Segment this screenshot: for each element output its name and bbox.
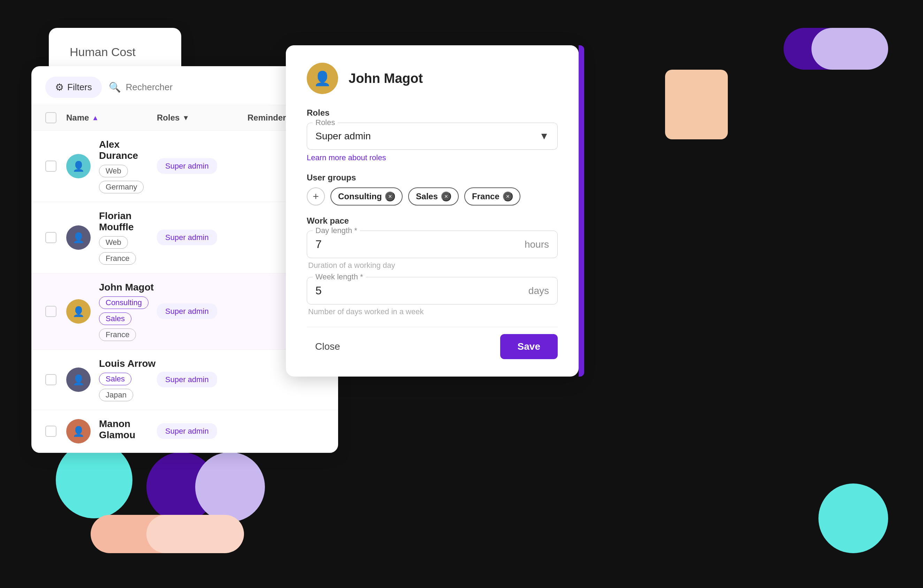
role-badge-manon: Super admin	[157, 423, 217, 439]
lavender-blob-bottom-center	[195, 452, 265, 522]
column-roles[interactable]: Roles ▼	[157, 113, 248, 123]
detail-footer: Close Save	[307, 327, 558, 359]
remove-consulting-button[interactable]: ×	[385, 192, 395, 201]
peach-card-blob	[665, 70, 728, 139]
day-length-value[interactable]: 7	[315, 238, 322, 251]
roles-select[interactable]: Super admin ▼	[315, 123, 549, 149]
user-cell-louis[interactable]: 👤 Louis Arrow Sales Japan	[66, 358, 157, 401]
table-row: 👤 Manon Glamou Super admin	[31, 410, 338, 453]
row-checkbox-manon[interactable]	[45, 426, 66, 437]
tags-louis: Sales Japan	[99, 373, 157, 401]
week-length-unit: days	[529, 285, 549, 296]
day-length-field: Day length * 7 hours	[307, 231, 558, 258]
user-groups-label: User groups	[307, 173, 558, 183]
day-length-legend: Day length *	[313, 226, 360, 235]
user-cell-manon[interactable]: 👤 Manon Glamou	[66, 418, 157, 444]
column-name[interactable]: Name ▲	[66, 113, 157, 123]
remove-france-button[interactable]: ×	[503, 192, 513, 201]
avatar-alex: 👤	[66, 154, 90, 179]
work-pace-label: Work pace	[307, 216, 558, 226]
role-badge-alex: Super admin	[157, 158, 217, 174]
user-name-alex: Alex Durance	[99, 139, 157, 161]
week-length-hint: Number of days worked in a week	[308, 307, 558, 316]
tag-germany: Germany	[99, 181, 144, 193]
search-icon: 🔍	[109, 82, 121, 93]
user-name-john: John Magot	[99, 282, 157, 293]
teal-blob-bottom-left	[56, 442, 133, 518]
group-label-consulting: Consulting	[338, 192, 382, 201]
avatar-florian: 👤	[66, 225, 90, 250]
role-cell-john: Super admin	[157, 307, 248, 316]
day-length-unit: hours	[525, 239, 549, 250]
role-cell-alex: Super admin	[157, 162, 248, 171]
select-all-checkbox[interactable]	[45, 112, 66, 123]
remove-sales-button[interactable]: ×	[441, 192, 451, 201]
user-cell-florian[interactable]: 👤 Florian Mouffle Web France	[66, 210, 157, 265]
filters-button[interactable]: ⚙ Filters	[45, 77, 102, 98]
user-info-louis: Louis Arrow Sales Japan	[99, 358, 157, 401]
roles-dropdown-wrapper[interactable]: Roles Super admin ▼	[307, 123, 558, 150]
user-name-manon: Manon Glamou	[99, 418, 157, 441]
cost-card-title: Human Cost	[70, 45, 160, 59]
groups-tags-container: + Consulting × Sales × France ×	[307, 187, 558, 206]
user-info-florian: Florian Mouffle Web France	[99, 210, 157, 265]
filter-arrow-icon: ▼	[182, 114, 189, 122]
tag-sales: Sales	[99, 373, 131, 385]
tags-florian: Web France	[99, 236, 157, 265]
close-button[interactable]: Close	[307, 336, 348, 357]
filter-icon: ⚙	[55, 82, 64, 93]
week-length-legend: Week length *	[313, 272, 366, 282]
role-badge-louis: Super admin	[157, 372, 217, 387]
detail-avatar: 👤	[307, 63, 338, 94]
detail-header: 👤 John Magot	[307, 63, 558, 94]
detail-right-bar	[579, 45, 584, 377]
row-checkbox-florian[interactable]	[45, 232, 66, 243]
row-checkbox-john[interactable]	[45, 306, 66, 317]
week-length-field: Week length * 5 days	[307, 277, 558, 305]
day-length-hint: Duration of a working day	[308, 261, 558, 270]
tag-sales: Sales	[99, 313, 131, 325]
sort-arrow-icon: ▲	[92, 114, 99, 122]
tags-john: Consulting Sales France	[99, 296, 157, 341]
role-cell-manon: Super admin	[157, 427, 248, 436]
user-info-manon: Manon Glamou	[99, 418, 157, 444]
roles-section-label: Roles	[307, 108, 558, 118]
user-cell-john[interactable]: 👤 John Magot Consulting Sales France	[66, 282, 157, 341]
row-checkbox-alex[interactable]	[45, 161, 66, 172]
user-cell-alex[interactable]: 👤 Alex Durance Web Germany	[66, 139, 157, 193]
week-length-value[interactable]: 5	[315, 284, 322, 297]
tag-web: Web	[99, 165, 128, 177]
role-badge-florian: Super admin	[157, 229, 217, 245]
selected-role-text: Super admin	[315, 131, 371, 142]
role-badge-john: Super admin	[157, 303, 217, 319]
tag-consulting: Consulting	[99, 296, 148, 309]
user-name-louis: Louis Arrow	[99, 358, 157, 369]
roles-section: Roles Roles Super admin ▼ Learn more abo…	[307, 108, 558, 162]
roles-learn-more-link[interactable]: Learn more about roles	[307, 153, 558, 162]
role-cell-florian: Super admin	[157, 233, 248, 242]
tags-alex: Web Germany	[99, 165, 157, 193]
group-label-sales: Sales	[416, 192, 438, 201]
role-cell-louis: Super admin	[157, 375, 248, 384]
add-group-button[interactable]: +	[307, 187, 325, 206]
avatar-louis: 👤	[66, 367, 90, 392]
user-info-john: John Magot Consulting Sales France	[99, 282, 157, 341]
tag-japan: Japan	[99, 389, 133, 401]
tag-web: Web	[99, 236, 128, 249]
detail-panel: 👤 John Magot Roles Roles Super admin ▼ L…	[286, 45, 579, 377]
save-button[interactable]: Save	[500, 334, 558, 359]
group-tag-france: France ×	[464, 187, 521, 206]
user-groups-section: User groups + Consulting × Sales × Franc…	[307, 173, 558, 206]
teal-blob-bottom-right	[818, 483, 888, 553]
group-tag-consulting: Consulting ×	[330, 187, 402, 206]
group-tag-sales: Sales ×	[408, 187, 459, 206]
row-checkbox-louis[interactable]	[45, 374, 66, 385]
avatar-john: 👤	[66, 299, 90, 324]
peach-light-blob-bottom	[146, 515, 244, 553]
detail-name: John Magot	[348, 71, 423, 86]
work-pace-section: Work pace Day length * 7 hours Duration …	[307, 216, 558, 316]
tag-france: France	[99, 329, 136, 341]
roles-field-legend: Roles	[313, 118, 338, 127]
group-label-france: France	[472, 192, 499, 201]
lavender-blob-top-right	[811, 28, 888, 70]
